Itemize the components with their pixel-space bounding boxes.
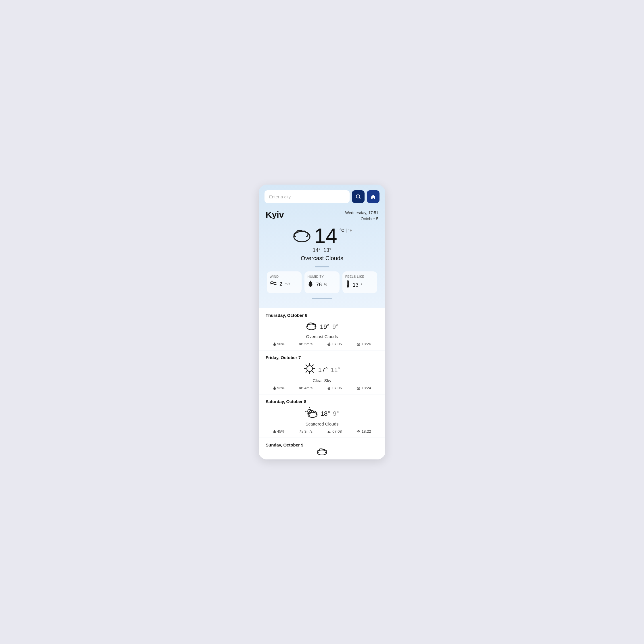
forecast-stats-0: 50% 5m/s 07:05 18:26	[266, 342, 378, 346]
forecast-stats-2: 45% 3m/s 07:08 18:22	[266, 429, 378, 434]
humidity-value-row: 76 %	[307, 280, 336, 289]
humidity-icon	[307, 280, 314, 289]
humidity-card: HUMIDITY 76 %	[304, 271, 339, 293]
forecast-stats-1: 52% 4m/s 07:06 18:24	[266, 386, 378, 390]
forecast-wind-2: 3m/s	[299, 429, 313, 434]
stats-row: WIND 2 m/s HUMIDITY	[267, 271, 377, 293]
current-temp: 14	[314, 225, 337, 246]
feels-like-value-row: 13 °	[345, 280, 374, 290]
forecast-icon-1	[304, 363, 315, 377]
humidity-value: 76	[316, 282, 322, 288]
forecast-wind-1: 4m/s	[299, 386, 313, 390]
forecast-sunrise-0: 07:05	[327, 342, 342, 346]
svg-line-23	[306, 365, 307, 366]
forecast-desc-1: Clear Sky	[266, 378, 378, 383]
forecast-temp-row-2: 18° 9°	[266, 407, 378, 420]
svg-point-18	[307, 366, 313, 371]
forecast-day-2: Saturday, October 8	[266, 399, 378, 404]
svg-line-24	[313, 371, 313, 372]
temp-row: 14 °C | °F	[292, 225, 352, 246]
forecast-sunday-peek: Sunday, October 9	[259, 438, 385, 459]
forecast-icon-0	[306, 321, 317, 333]
forecast-sunset-1: 18:24	[357, 386, 371, 390]
weather-main: 14 °C | °F 14° 13° Overcast Clouds	[266, 225, 378, 262]
wind-card: WIND 2 m/s	[267, 271, 302, 293]
current-weather-icon	[292, 226, 312, 246]
humidity-unit: %	[324, 283, 327, 287]
sunrise-icon-0	[327, 342, 331, 346]
forecast-friday: Friday, October 7 17°	[259, 350, 385, 394]
forecast-sunrise-1: 07:06	[327, 386, 342, 390]
forecast-desc-2: Scattered Clouds	[266, 421, 378, 426]
sunset-icon-2	[357, 430, 361, 433]
forecast-sunrise-2: 07:08	[327, 429, 342, 434]
sunrise-icon-2	[327, 430, 331, 433]
svg-point-4	[347, 285, 349, 287]
wind-icon-2	[299, 430, 303, 433]
forecast-wind-0: 5m/s	[299, 342, 313, 346]
divider	[315, 266, 329, 267]
svg-rect-3	[347, 281, 348, 286]
drop-icon-1	[273, 386, 276, 390]
divider2	[312, 298, 332, 299]
svg-line-26	[306, 371, 307, 372]
sunset-icon-1	[357, 386, 361, 390]
drop-icon-2	[273, 430, 276, 434]
search-button[interactable]	[352, 190, 365, 203]
wind-icon-1	[299, 387, 303, 390]
forecast-high-2: 18°	[321, 410, 330, 417]
app-container: Kyiv Wednesday, 17:51 October 5 14 °C |	[259, 185, 385, 459]
feels-like-card: FEELS LIKE 13 °	[342, 271, 377, 293]
forecast-low-0: 9°	[332, 323, 338, 331]
forecast-thursday: Thursday, October 6 19° 9° Overcast Clou…	[259, 308, 385, 350]
svg-line-25	[313, 365, 313, 366]
search-bar	[259, 185, 385, 208]
forecast-low-2: 9°	[333, 410, 339, 417]
forecast-low-1: 11°	[331, 366, 340, 374]
feels-like-value: 13	[353, 282, 359, 288]
svg-line-1	[359, 198, 360, 198]
wind-icon	[270, 280, 277, 288]
main-weather: Kyiv Wednesday, 17:51 October 5 14 °C |	[259, 208, 385, 305]
datetime: Wednesday, 17:51 October 5	[345, 210, 378, 222]
svg-line-12	[330, 343, 331, 343]
sunrise-icon-1	[327, 386, 331, 390]
temp-range: 14° 13°	[313, 247, 331, 253]
forecast-sunset-0: 18:26	[357, 342, 371, 346]
search-icon	[356, 194, 361, 199]
thermometer-icon	[345, 280, 350, 290]
forecast-humidity-1: 52%	[273, 386, 285, 390]
search-input[interactable]	[265, 190, 350, 203]
forecast-day-0: Thursday, October 6	[266, 313, 378, 318]
drop-icon-0	[273, 342, 276, 346]
forecast-temp-row-1: 17° 11°	[266, 363, 378, 377]
forecast-icon-3	[316, 449, 328, 455]
forecast-section: Thursday, October 6 19° 9° Overcast Clou…	[259, 308, 385, 459]
unit-toggle[interactable]: °C | °F	[340, 228, 352, 233]
wind-unit: m/s	[285, 282, 290, 286]
forecast-temp-row-0: 19° 9°	[266, 321, 378, 333]
city-name: Kyiv	[266, 210, 284, 220]
wind-value: 2	[279, 281, 282, 287]
wind-value-row: 2 m/s	[270, 280, 299, 288]
sunset-icon-0	[357, 342, 361, 346]
humidity-label: HUMIDITY	[307, 275, 336, 278]
forecast-day-1: Friday, October 7	[266, 355, 378, 360]
wind-label: WIND	[270, 275, 299, 278]
city-row: Kyiv Wednesday, 17:51 October 5	[266, 210, 378, 222]
weather-description: Overcast Clouds	[301, 255, 343, 262]
forecast-high-0: 19°	[320, 323, 329, 331]
feels-like-unit: °	[361, 283, 362, 287]
forecast-sunset-2: 18:22	[357, 429, 371, 434]
feels-like-label: FEELS LIKE	[345, 275, 374, 278]
forecast-high-1: 17°	[318, 366, 328, 374]
forecast-icon-2	[305, 407, 318, 420]
home-button[interactable]	[367, 190, 379, 203]
home-icon	[371, 194, 376, 199]
forecast-desc-0: Overcast Clouds	[266, 334, 378, 339]
forecast-humidity-0: 50%	[273, 342, 285, 346]
forecast-humidity-2: 45%	[273, 429, 285, 434]
forecast-day-3: Sunday, October 9	[266, 442, 378, 447]
forecast-saturday: Saturday, October 8 18°	[259, 394, 385, 438]
wind-icon-0	[299, 343, 303, 346]
